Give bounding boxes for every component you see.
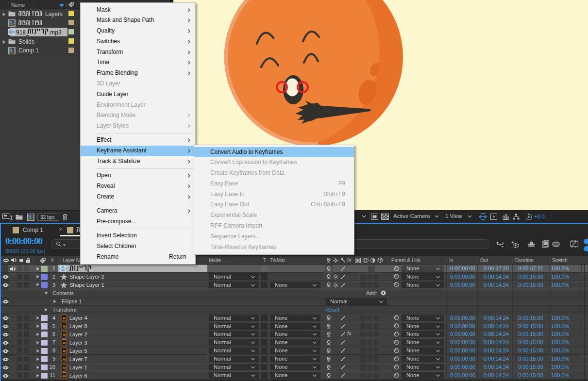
svg-text:Ai: Ai — [63, 340, 67, 345]
svg-text:Ai: Ai — [63, 332, 67, 336]
svg-text:Ai: Ai — [63, 365, 67, 369]
svg-text:Ai: Ai — [63, 324, 67, 329]
svg-text:Ai: Ai — [63, 357, 67, 361]
svg-text:Ai: Ai — [63, 348, 67, 353]
svg-text:Ai: Ai — [63, 373, 67, 378]
svg-text:Ai: Ai — [63, 316, 67, 320]
